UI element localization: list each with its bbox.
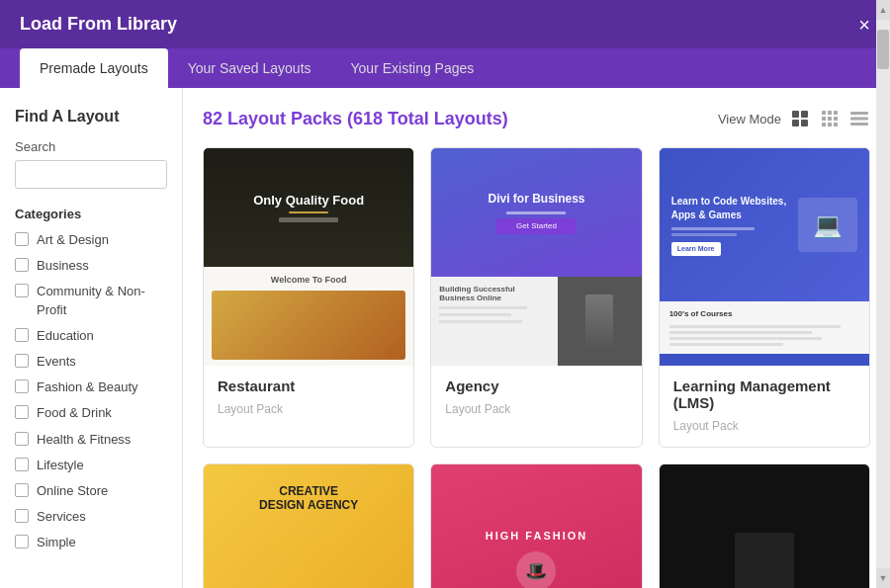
layout-card-lms[interactable]: Learn to Code Websites,Apps & Games Lear…: [659, 147, 870, 448]
view-mode: View Mode: [718, 108, 870, 129]
category-checkbox: [15, 405, 29, 419]
svg-rect-6: [834, 111, 838, 115]
view-list-icon[interactable]: [848, 108, 870, 129]
card-info-lms: Learning Management (LMS) Layout Pack: [660, 366, 869, 447]
restaurant-top: Only Quality Food: [204, 148, 413, 267]
modal-header: Load From Library ×: [0, 0, 890, 48]
layout-card-agency[interactable]: Divi for Business Get Started Building S…: [430, 147, 642, 448]
category-checkbox: [15, 432, 29, 446]
svg-rect-7: [822, 117, 826, 121]
food-image: [212, 291, 405, 360]
layout-card-design-agency[interactable]: CREATIVEDESIGN AGENCY Design Agency Layo…: [203, 463, 414, 588]
svg-rect-9: [834, 117, 838, 121]
content-header: 82 Layout Packs (618 Total Layouts) View…: [203, 108, 870, 129]
category-services[interactable]: Services: [15, 508, 167, 526]
search-label: Search: [15, 139, 167, 154]
card-info-restaurant: Restaurant Layout Pack: [204, 366, 413, 430]
category-art-design[interactable]: Art & Design: [15, 231, 167, 249]
scrollbar[interactable]: ▲ ▼: [876, 88, 890, 588]
view-grid-small-icon[interactable]: [819, 108, 841, 129]
layout-card-dark[interactable]: Dark Layout Pack: [659, 463, 870, 588]
svg-rect-15: [850, 123, 868, 126]
layout-card-restaurant[interactable]: Only Quality Food Welcome To Food: [203, 147, 414, 448]
category-checkbox: [15, 328, 29, 342]
cards-grid: Only Quality Food Welcome To Food: [203, 147, 870, 588]
category-community-nonprofit[interactable]: Community & Non-Profit: [15, 283, 167, 318]
svg-rect-14: [850, 118, 868, 121]
svg-rect-11: [828, 123, 832, 126]
category-checkbox: [15, 458, 29, 471]
sidebar: Find A Layout Search Categories Art & De…: [0, 88, 183, 588]
tab-saved[interactable]: Your Saved Layouts: [168, 48, 331, 88]
svg-rect-12: [834, 123, 838, 126]
card-preview-agency: Divi for Business Get Started Building S…: [431, 148, 641, 366]
close-button[interactable]: ×: [858, 15, 870, 35]
svg-rect-4: [822, 111, 826, 115]
svg-rect-13: [850, 112, 868, 115]
scroll-track: [876, 88, 890, 568]
sidebar-title: Find A Layout: [15, 108, 167, 126]
category-checkbox: [15, 232, 29, 246]
category-checkbox: [15, 509, 29, 523]
tab-premade[interactable]: Premade Layouts: [20, 48, 168, 88]
main-content: 82 Layout Packs (618 Total Layouts) View…: [183, 88, 890, 588]
card-preview-lms: Learn to Code Websites,Apps & Games Lear…: [660, 148, 869, 366]
category-events[interactable]: Events: [15, 353, 167, 371]
category-checkbox: [15, 354, 29, 368]
svg-rect-10: [822, 123, 826, 126]
modal-body: Find A Layout Search Categories Art & De…: [0, 88, 890, 588]
view-grid-large-icon[interactable]: [789, 108, 811, 129]
category-simple[interactable]: Simple: [15, 534, 167, 551]
category-business[interactable]: Business: [15, 257, 167, 275]
card-preview-dark: [660, 464, 869, 588]
card-preview-fashion: HIGH FASHION 🎩: [431, 464, 641, 588]
category-food-drink[interactable]: Food & Drink: [15, 404, 167, 422]
category-education[interactable]: Education: [15, 327, 167, 345]
category-checkbox: [15, 284, 29, 297]
restaurant-headline: Only Quality Food: [253, 193, 364, 208]
category-fashion-beauty[interactable]: Fashion & Beauty: [15, 378, 167, 396]
category-checkbox: [15, 535, 29, 548]
svg-rect-0: [792, 111, 799, 118]
category-health-fitness[interactable]: Health & Fitness: [15, 431, 167, 449]
card-preview-design-agency: CREATIVEDESIGN AGENCY: [204, 464, 413, 588]
search-input[interactable]: [15, 160, 167, 189]
category-lifestyle[interactable]: Lifestyle: [15, 457, 167, 474]
svg-rect-5: [828, 111, 832, 115]
modal-title: Load From Library: [20, 14, 177, 35]
card-preview-restaurant: Only Quality Food Welcome To Food: [204, 148, 413, 366]
svg-rect-2: [792, 120, 799, 126]
card-info-agency: Agency Layout Pack: [431, 366, 641, 430]
tab-existing[interactable]: Your Existing Pages: [331, 48, 494, 88]
category-checkbox: [15, 258, 29, 272]
category-checkbox: [15, 483, 29, 497]
restaurant-bottom: Welcome To Food: [204, 267, 413, 366]
svg-rect-8: [828, 117, 832, 121]
scroll-down-arrow[interactable]: ▼: [876, 568, 890, 588]
layout-count: 82 Layout Packs (618 Total Layouts): [203, 109, 508, 129]
category-online-store[interactable]: Online Store: [15, 482, 167, 500]
tabs-bar: Premade Layouts Your Saved Layouts Your …: [0, 48, 890, 88]
modal-container: Load From Library × Premade Layouts Your…: [0, 0, 890, 588]
category-checkbox: [15, 379, 29, 393]
categories-title: Categories: [15, 207, 167, 221]
layout-card-fashion[interactable]: HIGH FASHION 🎩 High Fashion Layout Pack: [430, 463, 642, 588]
svg-rect-1: [801, 111, 808, 118]
svg-rect-3: [801, 120, 808, 126]
